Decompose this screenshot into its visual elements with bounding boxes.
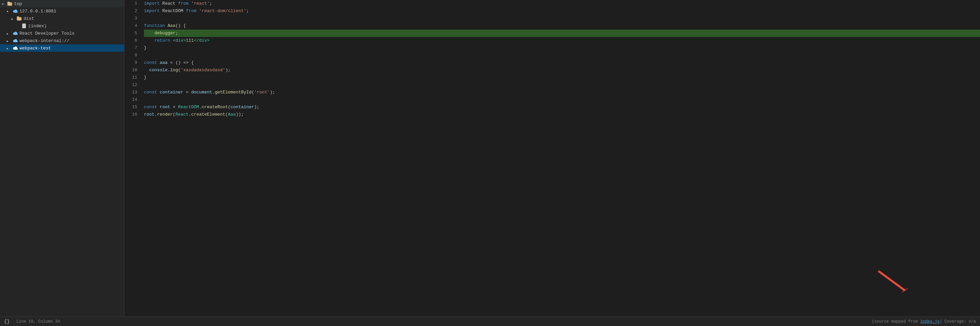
main-container: top 127.0.0.1:8081 dist (index): [0, 0, 980, 316]
line-number: 9: [127, 59, 137, 67]
sidebar-item-dist[interactable]: dist: [0, 15, 124, 22]
line-number: 10: [127, 67, 137, 74]
code-lines[interactable]: import React from 'react'; import ReactD…: [141, 0, 980, 316]
line-number: 1: [127, 0, 137, 7]
line-number: 15: [127, 103, 137, 111]
expand-arrow-icon: [7, 46, 11, 51]
sidebar-item-label: 127.0.0.1:8081: [19, 9, 56, 14]
status-bar-right: (source mapped from index.js) Coverage: …: [872, 319, 976, 324]
code-container[interactable]: 1 2 3 4 5 6 7 8 9 10 11 12 13 14 15 16 i…: [124, 0, 980, 316]
code-line-4[interactable]: function Aaa() {: [144, 22, 980, 30]
expand-arrow-icon: [7, 31, 11, 36]
code-line-3: [144, 15, 980, 22]
code-line-13[interactable]: const container = document.getElementByI…: [144, 89, 980, 96]
code-line-14: [144, 96, 980, 103]
sidebar-item-label: React Developer Tools: [19, 31, 75, 36]
folder-icon: [7, 1, 13, 6]
status-bar: {} Line 10, Column 34 (source mapped fro…: [0, 316, 980, 326]
sidebar-item-react-dev-tools[interactable]: React Developer Tools: [0, 30, 124, 37]
sidebar-item-label: webpack-test: [19, 46, 51, 51]
line-number: 8: [127, 52, 137, 59]
index-link[interactable]: index.js: [920, 319, 940, 324]
line-number: 5: [127, 30, 137, 37]
code-line-6[interactable]: return <div>111</div>: [144, 37, 980, 45]
expand-arrow-icon: [7, 38, 11, 43]
code-line-9[interactable]: const aaa = () => {: [144, 59, 980, 67]
sidebar-item-label: dist: [24, 16, 34, 21]
expand-arrow-icon: [11, 16, 16, 21]
code-line-10[interactable]: console.log('xasdadasdasdasd');: [144, 67, 980, 74]
expand-arrow-icon: [7, 9, 11, 13]
line-number: 7: [127, 45, 137, 52]
coverage-text: ) Coverage: n/a: [940, 319, 976, 324]
sidebar: top 127.0.0.1:8081 dist (index): [0, 0, 124, 316]
source-map-text: (source mapped from index.js) Coverage: …: [872, 319, 976, 324]
cloud-icon: [12, 31, 18, 35]
line-numbers: 1 2 3 4 5 6 7 8 9 10 11 12 13 14 15 16: [124, 0, 141, 316]
line-number: 2: [127, 7, 137, 15]
cloud-icon: [12, 46, 18, 50]
file-icon: [22, 23, 27, 29]
status-bar-left: {} Line 10, Column 34: [4, 319, 60, 324]
code-line-11[interactable]: }: [144, 74, 980, 81]
sidebar-item-label: webpack-internal://: [19, 38, 69, 43]
expand-arrow-icon: [2, 2, 7, 6]
sidebar-item-webpack-internal[interactable]: webpack-internal://: [0, 37, 124, 45]
line-number: 11: [127, 74, 137, 81]
line-number: 6: [127, 37, 137, 45]
source-map-prefix: (source mapped from: [872, 319, 920, 324]
code-line-2[interactable]: import ReactDOM from 'react-dom/client';: [144, 7, 980, 15]
line-number: 13: [127, 89, 137, 96]
code-line-1[interactable]: import React from 'react';: [144, 0, 980, 7]
sidebar-item-webpack-test[interactable]: webpack-test: [0, 45, 124, 52]
sidebar-item-label: (index): [28, 24, 47, 29]
sidebar-item-label: top: [14, 2, 22, 6]
cloud-icon: [12, 39, 18, 43]
code-line-12: [144, 81, 980, 89]
code-line-7[interactable]: }: [144, 45, 980, 52]
code-line-16[interactable]: root.render(React.createElement(Aaa));: [144, 111, 980, 118]
code-line-15[interactable]: const root = ReactDOM.createRoot(contain…: [144, 103, 980, 111]
code-line-8: [144, 52, 980, 59]
sidebar-item-top[interactable]: top: [0, 0, 124, 7]
sidebar-item-localhost[interactable]: 127.0.0.1:8081: [0, 7, 124, 15]
editor-area: 1 2 3 4 5 6 7 8 9 10 11 12 13 14 15 16 i…: [124, 0, 980, 316]
line-number: 14: [127, 96, 137, 103]
folder-icon: [17, 16, 22, 21]
code-line-5[interactable]: debugger;: [144, 30, 980, 37]
line-number: 16: [127, 111, 137, 118]
line-number: 4: [127, 22, 137, 30]
line-number: 3: [127, 15, 137, 22]
cloud-icon: [12, 9, 18, 13]
cursor-position: Line 10, Column 34: [16, 319, 60, 324]
line-number: 12: [127, 81, 137, 89]
sidebar-item-index[interactable]: (index): [0, 22, 124, 30]
format-icon[interactable]: {}: [4, 319, 10, 324]
